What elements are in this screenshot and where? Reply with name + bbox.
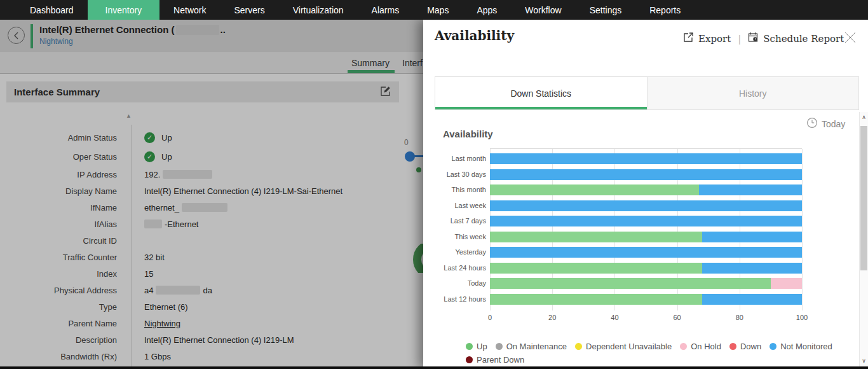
legend-dot (770, 343, 776, 350)
close-icon[interactable] (843, 31, 857, 45)
scrollbar-thumb[interactable] (860, 126, 867, 270)
nav-item-maps[interactable]: Maps (413, 0, 463, 20)
bar-segment-up[interactable] (490, 232, 702, 242)
nav-item-workflow[interactable]: Workflow (511, 0, 575, 20)
legend-item-on-maintenance[interactable]: On Maintenance (496, 342, 567, 351)
bar-segment-not-monitored[interactable] (699, 184, 802, 195)
x-tick-label: 80 (727, 314, 752, 321)
tab-history-label: History (739, 88, 767, 99)
category-label-last-30-days: Last 30 days (437, 169, 486, 180)
legend-item-up[interactable]: Up (466, 342, 487, 351)
category-label-this-month: This month (437, 184, 486, 195)
legend-item-not-monitored[interactable]: Not Monitored (770, 342, 832, 351)
panel-scrollbar: ∧ ∨ (859, 112, 868, 369)
tab-down-statistics[interactable]: Down Statistics (435, 77, 648, 109)
bottom-edge (0, 366, 868, 369)
category-label-last-24-hours: Last 24 hours (437, 263, 486, 274)
gridline (802, 149, 803, 310)
panel-tab-underline (435, 107, 647, 109)
action-separator: | (738, 33, 741, 45)
legend-label: On Maintenance (506, 342, 567, 351)
legend-dot (466, 343, 473, 350)
bar-segment-not-monitored[interactable] (490, 216, 802, 226)
chart-title: Availability (443, 129, 493, 139)
main-nav: DashboardInventoryNetworkServersVirtuali… (0, 0, 868, 20)
clock-icon (806, 117, 818, 130)
scroll-down-arrow[interactable]: ∨ (860, 358, 868, 364)
legend-label: Down (740, 342, 761, 351)
x-tick-label: 20 (539, 314, 565, 321)
x-tick-label: 100 (789, 314, 815, 321)
bar-segment-not-monitored[interactable] (702, 294, 802, 305)
nav-item-reports[interactable]: Reports (635, 0, 695, 20)
panel-tabbar: Down Statistics History (435, 76, 859, 110)
category-label-last-7-days: Last 7 days (437, 216, 486, 226)
export-icon (683, 32, 694, 45)
schedule-report-button[interactable]: Schedule Report (748, 32, 844, 45)
nav-item-inventory[interactable]: Inventory (88, 0, 160, 20)
category-label-today: Today (437, 278, 486, 289)
legend-dot (466, 356, 473, 363)
category-label-last-week: Last week (437, 200, 486, 211)
legend-dot (729, 343, 736, 350)
legend-label: Not Monitored (780, 342, 832, 351)
schedule-report-icon (748, 32, 759, 45)
legend-item-dependent-unavailable[interactable]: Dependent Unavailable (575, 342, 672, 351)
tab-history[interactable]: History (648, 77, 859, 109)
x-tick-label: 40 (602, 314, 627, 321)
legend-item-down[interactable]: Down (729, 342, 761, 351)
bar-segment-up[interactable] (490, 294, 702, 305)
legend-label: Parent Down (477, 355, 524, 365)
legend-label: Dependent Unavailable (586, 342, 672, 351)
bar-segment-not-monitored[interactable] (490, 247, 802, 258)
availability-panel: Availability Export | Schedule Report Do… (423, 20, 868, 369)
period-label: Today (822, 119, 845, 129)
bar-segment-not-monitored[interactable] (702, 263, 802, 274)
x-tick-label: 60 (665, 314, 690, 321)
export-label: Export (698, 33, 731, 45)
nav-item-network[interactable]: Network (159, 0, 220, 20)
schedule-report-label: Schedule Report (763, 33, 844, 45)
nav-item-apps[interactable]: Apps (463, 0, 511, 20)
category-label-yesterday: Yesterday (437, 247, 486, 258)
legend-dot (575, 343, 582, 350)
bar-segment-not-monitored[interactable] (490, 169, 802, 180)
bar-segment-not-monitored[interactable] (490, 200, 802, 211)
panel-title: Availability (435, 28, 514, 43)
legend-row: UpOn MaintenanceDependent UnavailableOn … (466, 342, 832, 351)
legend-item-parent-down[interactable]: Parent Down (466, 355, 524, 365)
category-label-last-month: Last month (437, 153, 486, 164)
legend-item-on-hold[interactable]: On Hold (680, 342, 721, 351)
export-button[interactable]: Export (683, 32, 731, 45)
category-label-this-week: This week (437, 232, 486, 242)
tab-down-statistics-label: Down Statistics (510, 88, 571, 99)
scroll-up-arrow[interactable]: ∧ (860, 114, 868, 120)
modal-dim-overlay (0, 20, 423, 369)
nav-item-virtualization[interactable]: Virtualization (279, 0, 358, 20)
legend-label: Up (477, 342, 487, 351)
nav-item-alarms[interactable]: Alarms (358, 0, 414, 20)
nav-item-servers[interactable]: Servers (220, 0, 278, 20)
bar-segment-on-hold[interactable] (771, 278, 802, 289)
panel-actions: Export | Schedule Report (683, 32, 844, 45)
category-label-last-12-hours: Last 12 hours (437, 294, 486, 305)
bar-segment-up[interactable] (490, 184, 699, 195)
bar-segment-up[interactable] (490, 278, 771, 289)
x-tick-label: 0 (477, 314, 503, 321)
chart-legend: UpOn MaintenanceDependent UnavailableOn … (466, 342, 832, 368)
bar-segment-up[interactable] (490, 263, 702, 274)
bar-segment-not-monitored[interactable] (490, 153, 802, 164)
bar-segment-not-monitored[interactable] (702, 232, 802, 242)
legend-row: Parent Down (466, 355, 832, 365)
period-selector[interactable]: Today (806, 117, 845, 130)
legend-label: On Hold (691, 342, 721, 351)
nav-item-settings[interactable]: Settings (576, 0, 636, 20)
availability-plot: 020406080100Last monthLast 30 daysThis m… (490, 148, 802, 310)
nav-item-dashboard[interactable]: Dashboard (16, 0, 88, 20)
legend-dot (680, 343, 687, 350)
legend-dot (496, 343, 503, 350)
